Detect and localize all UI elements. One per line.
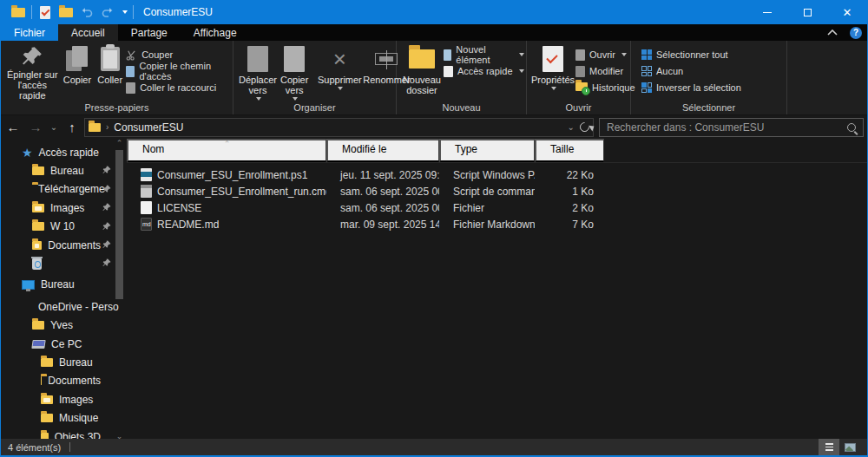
refresh-icon[interactable] <box>578 121 592 134</box>
pin-icon <box>102 166 111 174</box>
paste-button[interactable]: Coller <box>94 42 126 101</box>
sidebar-item-bureau-pinned[interactable]: Bureau <box>1 161 127 180</box>
new-folder-button[interactable]: Nouveau dossier <box>400 42 444 101</box>
sidebar-item-telechargements[interactable]: Téléchargeme <box>1 180 127 199</box>
delete-button[interactable]: × Supprimer <box>317 42 362 101</box>
forward-button[interactable]: → <box>25 117 46 137</box>
new-item-icon <box>444 49 451 61</box>
properties-button[interactable]: Propriétés <box>530 42 575 101</box>
scrollbar-thumb[interactable] <box>115 150 123 299</box>
titlebar: ConsumerESU ✕ <box>1 0 867 24</box>
file-name: LICENSE <box>157 202 201 214</box>
search-input[interactable] <box>607 121 847 134</box>
column-label: Type <box>455 143 477 155</box>
paste-icon <box>101 45 120 73</box>
maximize-icon <box>804 9 812 16</box>
search-box[interactable] <box>599 118 864 137</box>
sidebar-item-label: Documents <box>48 239 101 251</box>
qat-customize-button[interactable] <box>118 0 130 24</box>
table-row[interactable]: Consumer_ESU_Enrollment.ps1 jeu. 11 sept… <box>127 166 867 183</box>
file-type: Fichier <box>439 202 535 214</box>
qat-properties-button[interactable] <box>35 0 56 24</box>
copy-button[interactable]: Copier <box>61 42 95 101</box>
sidebar-item-label: W 10 <box>50 220 75 232</box>
sidebar-scrollbar[interactable]: ⌃ ⌄ <box>115 139 124 441</box>
invert-selection-label: Inverser la sélection <box>656 82 741 93</box>
back-button[interactable]: ← <box>3 117 23 137</box>
paste-shortcut-button[interactable]: Coller le raccourci <box>126 81 231 95</box>
move-to-button[interactable]: Déplacer vers <box>237 42 279 101</box>
help-button[interactable]: ? <box>845 24 867 41</box>
invert-selection-button[interactable]: Inverser la sélection <box>641 81 741 95</box>
scroll-up-icon[interactable]: ⌃ <box>115 139 124 147</box>
thumbnails-view-button[interactable] <box>839 439 860 455</box>
group-label-organize: Organiser <box>233 102 396 113</box>
column-header-type[interactable]: Type <box>439 139 535 162</box>
sidebar-item-images[interactable]: Images <box>1 390 127 408</box>
pin-icon <box>102 185 111 193</box>
open-button[interactable]: Ouvrir <box>575 48 635 62</box>
tab-fichier[interactable]: Fichier <box>1 24 58 41</box>
sidebar-item-bureau[interactable]: Bureau <box>1 353 127 371</box>
sidebar-item-desktop-root[interactable]: Bureau <box>1 276 127 294</box>
open-small-buttons: Ouvrir Modifier Historique <box>575 42 635 101</box>
edit-label: Modifier <box>589 66 623 76</box>
cut-button[interactable]: Couper <box>126 48 231 62</box>
forward-arrow-icon: → <box>30 120 43 134</box>
item-count: 4 élément(s) <box>8 442 61 453</box>
breadcrumb-path[interactable]: ConsumerESU <box>114 121 183 134</box>
maximize-button[interactable] <box>787 0 827 24</box>
sidebar-item-yves[interactable]: Yves <box>1 317 127 335</box>
table-row[interactable]: README.md mar. 09 sept. 2025 14:55 Fichi… <box>127 216 867 232</box>
sidebar-item-label: Accès rapide <box>39 147 99 159</box>
file-size: 2 Ko <box>535 202 604 214</box>
folder-icon <box>41 376 42 385</box>
close-button[interactable]: ✕ <box>827 0 867 24</box>
new-small-buttons: Nouvel élément Accès rapide <box>444 42 524 101</box>
address-dropdown-icon[interactable]: ⌄ <box>568 122 575 132</box>
minimize-button[interactable] <box>747 0 787 24</box>
table-row[interactable]: Consumer_ESU_Enrollment_run.cmd sam. 06 … <box>127 183 867 199</box>
new-item-button[interactable]: Nouvel élément <box>444 48 524 62</box>
sidebar-item-onedrive[interactable]: OneDrive - Perso <box>1 297 127 316</box>
sidebar-item-documents-pinned[interactable]: Documents <box>1 236 127 254</box>
qat-new-folder-button[interactable] <box>56 0 76 24</box>
move-to-icon <box>247 45 268 73</box>
easy-access-button[interactable]: Accès rapide <box>444 64 524 78</box>
history-button[interactable]: Historique <box>575 81 635 95</box>
file-modified: jeu. 11 sept. 2025 09:25 <box>326 169 439 181</box>
sidebar-item-quick-access[interactable]: ★Accès rapide <box>1 143 127 161</box>
up-button[interactable]: ↑ <box>62 117 82 137</box>
window-title: ConsumerESU <box>143 6 747 18</box>
qat-redo-button[interactable] <box>97 0 118 24</box>
edit-button[interactable]: Modifier <box>575 64 635 78</box>
copy-to-button[interactable]: Copier vers <box>279 42 310 101</box>
star-icon: ★ <box>22 147 33 159</box>
select-none-button[interactable]: Aucun <box>641 64 741 78</box>
tab-affichage[interactable]: Affichage <box>181 24 250 41</box>
tab-accueil[interactable]: Accueil <box>58 24 118 41</box>
new-item-label: Nouvel élément <box>456 44 513 65</box>
column-header-nom[interactable]: ⌃ Nom <box>127 139 326 162</box>
column-header-taille[interactable]: Taille <box>535 139 604 162</box>
sidebar-item-ce-pc[interactable]: Ce PC <box>1 335 127 353</box>
select-all-button[interactable]: Sélectionner tout <box>641 48 741 62</box>
column-header-modifie-le[interactable]: Modifié le <box>326 139 439 162</box>
qat-undo-button[interactable] <box>76 0 97 24</box>
file-modified: mar. 09 sept. 2025 14:55 <box>326 219 439 231</box>
sidebar-item-w10[interactable]: W 10 <box>1 218 127 236</box>
open-icon <box>575 49 585 61</box>
address-bar[interactable]: › ConsumerESU ⌄ <box>84 118 594 137</box>
copy-label: Copier <box>63 75 91 85</box>
sidebar-item-documents[interactable]: Documents <box>1 372 127 390</box>
pin-to-quick-access-button[interactable]: Épingler sur l'accès rapide <box>4 42 61 101</box>
sidebar-item-images-pinned[interactable]: Images <box>1 199 127 217</box>
details-view-button[interactable] <box>819 439 839 455</box>
recent-locations-button[interactable]: ⌄ <box>48 117 60 137</box>
copy-path-button[interactable]: Copier le chemin d'accès <box>126 64 231 78</box>
sidebar-item-recycle-bin[interactable] <box>1 254 127 272</box>
collapse-ribbon-button[interactable] <box>820 24 845 41</box>
sidebar-item-musique[interactable]: Musique <box>1 408 127 427</box>
tab-partage[interactable]: Partage <box>118 24 181 41</box>
table-row[interactable]: LICENSE sam. 06 sept. 2025 00:56 Fichier… <box>127 199 867 216</box>
